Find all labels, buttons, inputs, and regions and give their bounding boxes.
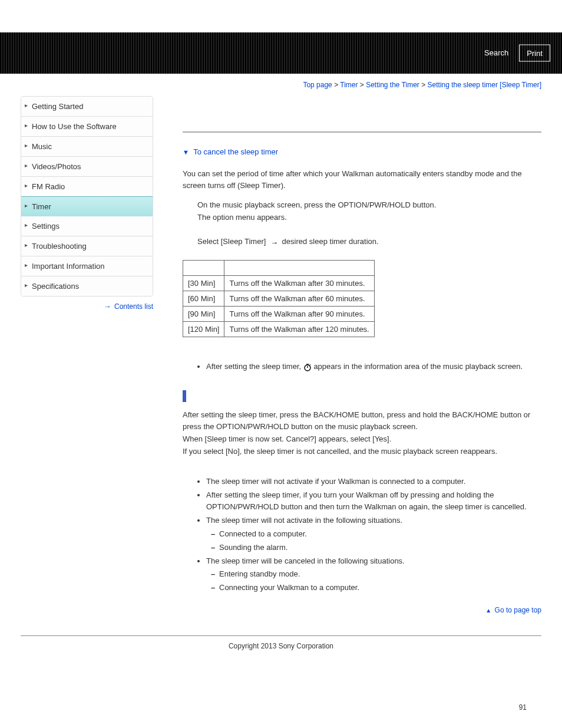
jump-link-row: ▼ To cancel the sleep timer	[183, 147, 541, 156]
arrow-right-icon: →	[104, 302, 111, 311]
note-item: After setting the sleep timer, if you tu…	[206, 489, 541, 514]
svg-line-3	[309, 364, 310, 365]
sidebar: Getting Started How to Use the Software …	[21, 96, 165, 632]
breadcrumb-timer[interactable]: Timer	[340, 81, 358, 89]
sidebar-item-fm-radio[interactable]: FM Radio	[21, 177, 153, 197]
print-button[interactable]: Print	[519, 45, 550, 62]
triangle-down-icon: ▼	[183, 149, 189, 156]
breadcrumb-setting-timer[interactable]: Setting the Timer	[366, 81, 419, 89]
cancel-p1: After setting the sleep timer, press the…	[183, 409, 541, 434]
sidebar-item-important-info[interactable]: Important Information	[21, 256, 153, 276]
cell-desc: Turns off the Walkman after 60 minutes.	[224, 291, 374, 307]
breadcrumb-top[interactable]: Top page	[303, 81, 332, 89]
sidebar-nav: Getting Started How to Use the Software …	[21, 96, 153, 297]
note-item: The sleep timer will not activate if you…	[206, 476, 541, 488]
sleep-timer-table: [30 Min] Turns off the Walkman after 30 …	[183, 260, 375, 337]
steps: On the music playback screen, press the …	[197, 199, 541, 248]
note-n3: The sleep timer will not activate in the…	[206, 516, 402, 525]
go-to-page-top-wrap: ▲ Go to page top	[183, 606, 541, 614]
cell-label: [90 Min]	[183, 307, 224, 322]
search-button[interactable]: Search	[478, 45, 514, 62]
cancel-p3: If you select [No], the sleep timer is n…	[183, 446, 541, 458]
sidebar-item-videos-photos[interactable]: Videos/Photos	[21, 157, 153, 177]
cancel-sleep-timer-section: After setting the sleep timer, press the…	[183, 409, 541, 458]
hint-list: After setting the sleep timer, appears i…	[206, 361, 541, 373]
jump-cancel-sleep-timer[interactable]: To cancel the sleep timer	[193, 147, 278, 156]
cell-desc: Turns off the Walkman after 30 minutes.	[224, 276, 374, 291]
cell-label: [30 Min]	[183, 276, 224, 291]
note-list: The sleep timer will not activate if you…	[206, 476, 541, 594]
sidebar-item-settings[interactable]: Settings	[21, 216, 153, 236]
note-subitem: Connecting your Walkman to a computer.	[211, 582, 541, 594]
table-row: [90 Min] Turns off the Walkman after 90 …	[183, 307, 375, 322]
note-sublist: Connected to a computer. Sounding the al…	[211, 528, 541, 554]
cell-desc: Turns off the Walkman after 120 minutes.	[224, 322, 374, 337]
sleep-timer-icon	[303, 363, 312, 371]
table-row: [120 Min] Turns off the Walkman after 12…	[183, 322, 375, 337]
title-rule	[183, 131, 541, 133]
note-item: The sleep timer will not activate in the…	[206, 515, 541, 554]
table-row: [30 Min] Turns off the Walkman after 30 …	[183, 276, 375, 291]
breadcrumb-current[interactable]: Setting the sleep timer [Sleep Timer]	[428, 81, 541, 89]
go-to-page-top-link[interactable]: Go to page top	[495, 606, 541, 614]
breadcrumb: Top page > Timer > Setting the Timer > S…	[0, 74, 562, 96]
sidebar-item-troubleshooting[interactable]: Troubleshooting	[21, 236, 153, 256]
right-arrow-icon	[270, 239, 277, 245]
note-subitem: Sounding the alarm.	[211, 542, 541, 554]
sidebar-item-getting-started[interactable]: Getting Started	[21, 97, 153, 117]
table-header-row	[183, 261, 375, 276]
sidebar-item-how-to-use[interactable]: How to Use the Software	[21, 117, 153, 137]
cell-label: [120 Min]	[183, 322, 224, 337]
header-band: Search Print	[0, 32, 562, 74]
step-1-line1: On the music playback screen, press the …	[197, 199, 541, 212]
note-item: The sleep timer will be canceled in the …	[206, 555, 541, 594]
page-number: 91	[0, 668, 562, 723]
contents-list-link-wrap: → Contents list	[21, 302, 153, 311]
note-subitem: Connected to a computer.	[211, 528, 541, 541]
hint-item: After setting the sleep timer, appears i…	[206, 361, 541, 373]
intro-text: You can set the period of time after whi…	[183, 168, 541, 191]
section-indicator-bar	[183, 390, 186, 402]
cancel-p2: When [Sleep timer is now set. Cancel?] a…	[183, 433, 541, 446]
sidebar-item-specifications[interactable]: Specifications	[21, 276, 153, 296]
table-row: [60 Min] Turns off the Walkman after 60 …	[183, 291, 375, 307]
cell-desc: Turns off the Walkman after 90 minutes.	[224, 307, 374, 322]
step-2-pre: Select [Sleep Timer]	[197, 237, 266, 246]
note-subitem: Entering standby mode.	[211, 568, 541, 581]
triangle-up-icon: ▲	[485, 607, 491, 614]
hint-post: appears in the information area of the m…	[313, 362, 523, 371]
main-content: ▼ To cancel the sleep timer You can set …	[165, 96, 541, 632]
note-sublist: Entering standby mode. Connecting your W…	[211, 568, 541, 594]
header-buttons: Search Print	[478, 45, 550, 62]
sidebar-item-timer[interactable]: Timer	[21, 196, 153, 217]
sidebar-item-music[interactable]: Music	[21, 137, 153, 157]
hint-pre: After setting the sleep timer,	[206, 362, 303, 371]
cell-label: [60 Min]	[183, 291, 224, 307]
step-2: Select [Sleep Timer] desired sleep timer…	[197, 236, 541, 248]
contents-list-link[interactable]: Contents list	[114, 302, 153, 311]
note-n4: The sleep timer will be canceled in the …	[206, 556, 405, 565]
copyright-text: Copyright 2013 Sony Corporation	[0, 636, 562, 668]
step-1-line2: The option menu appears.	[197, 212, 541, 224]
step-2-post: desired sleep timer duration.	[282, 237, 379, 246]
